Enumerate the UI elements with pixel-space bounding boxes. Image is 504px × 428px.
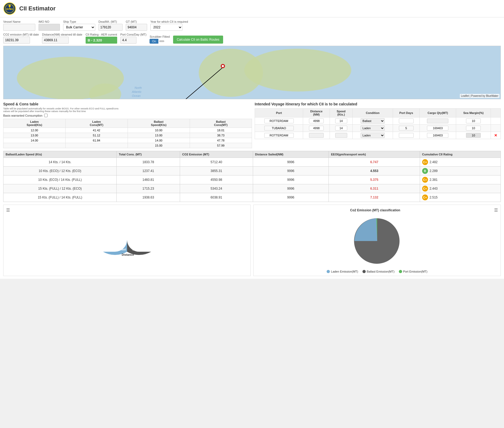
co2-pie-svg bbox=[345, 214, 409, 268]
distance-chart-menu-left[interactable]: ☰ bbox=[6, 208, 10, 213]
speed-cons-row bbox=[3, 138, 252, 143]
laden-cons-input[interactable] bbox=[67, 139, 126, 142]
svg-point-9 bbox=[244, 49, 351, 91]
voyage-margin-input[interactable] bbox=[466, 119, 481, 123]
basis-checkbox[interactable] bbox=[44, 114, 48, 117]
voyage-distance-cell bbox=[303, 117, 330, 125]
laden-speed-input[interactable] bbox=[5, 129, 64, 132]
voyage-port-input[interactable] bbox=[264, 126, 294, 131]
distance-chart-container: ☰ Ballast Laden Distance bbox=[3, 205, 251, 276]
map-container[interactable]: North Atlantic Ocean Leaflet | Powered b… bbox=[3, 46, 501, 99]
imo-no-input[interactable] bbox=[39, 24, 60, 31]
result-col-eeoi: EEOI(gm/transport work) bbox=[329, 151, 420, 158]
voyage-condition-select[interactable]: Ballast Laden bbox=[361, 133, 385, 138]
distance-input[interactable] bbox=[42, 37, 69, 44]
result-speed-cell: 15 Kts. (FULL) / 14 Kts. (FULL) bbox=[3, 193, 117, 202]
svg-text:Distance: Distance bbox=[122, 253, 134, 256]
result-eeoi-cell: 6.747 bbox=[329, 158, 420, 167]
year-select[interactable]: 2022 2023 2024 bbox=[150, 24, 182, 31]
speed-cons-title: Speed & Cons table bbox=[3, 102, 252, 106]
cii-type-badge: C+ bbox=[422, 177, 428, 183]
ballast-dot bbox=[362, 270, 366, 273]
voyage-row: Ballast Laden bbox=[255, 125, 501, 132]
cii-type-badge: C+ bbox=[422, 194, 428, 200]
ballast-speed-input[interactable] bbox=[129, 129, 188, 132]
voyage-cargo-input[interactable] bbox=[427, 126, 448, 131]
laden-cons-input[interactable] bbox=[67, 134, 126, 137]
voyage-margin-cell bbox=[456, 132, 491, 139]
delete-row-button[interactable]: ✕ bbox=[494, 133, 497, 137]
calculate-button[interactable]: Calculate CII on Baltic Routes bbox=[173, 36, 223, 44]
gt-input[interactable] bbox=[126, 24, 147, 31]
voyage-portdays-input[interactable] bbox=[399, 133, 414, 138]
result-distance-cell: 9996 bbox=[253, 184, 329, 193]
voyage-cargo-input[interactable] bbox=[427, 133, 448, 138]
voyage-port-input[interactable] bbox=[264, 133, 294, 138]
result-distance-cell: 9996 bbox=[253, 167, 329, 175]
voyage-distance-cell bbox=[303, 125, 330, 132]
laden-cons-cell bbox=[66, 138, 128, 143]
laden-speed-input[interactable] bbox=[5, 139, 64, 142]
result-cii-cell: C+ 2.515 bbox=[420, 193, 501, 202]
voyage-speed-input[interactable] bbox=[335, 133, 347, 138]
voyage-portdays-input[interactable] bbox=[399, 119, 414, 123]
ballast-cons-input[interactable] bbox=[192, 129, 250, 132]
voyage-portdays-input[interactable] bbox=[399, 126, 414, 131]
voyage-title: Intended Voyage itinerary for which CII … bbox=[255, 102, 501, 106]
ship-type-label: Ship Type bbox=[63, 20, 95, 23]
cii-type-badge: C+ bbox=[422, 159, 428, 165]
voyage-margin-input[interactable] bbox=[466, 133, 481, 138]
ballast-cons-input[interactable] bbox=[192, 144, 250, 147]
co2-chart-pie: Laden Emission(MT) Ballast Emission(MT) … bbox=[256, 214, 498, 273]
ballast-speed-cell bbox=[128, 143, 190, 148]
voyage-condition-select[interactable]: Ballast Laden bbox=[361, 118, 385, 124]
voyage-action-cell: ✕ bbox=[491, 132, 501, 139]
ship-type-select[interactable]: Bulk Carrier bbox=[63, 24, 95, 31]
laden-cons-input[interactable] bbox=[67, 129, 126, 132]
co2-input[interactable] bbox=[3, 37, 30, 44]
result-co2-cell: 5712.40 bbox=[180, 158, 253, 167]
voyage-condition-select[interactable]: Ballast Laden bbox=[361, 125, 385, 131]
speed-cons-table: LadenSpeed(Kts) LadenCons(MT) BallastSpe… bbox=[3, 119, 252, 148]
svg-text:Ocean: Ocean bbox=[132, 94, 140, 97]
co2-chart-menu[interactable]: ☰ bbox=[494, 208, 498, 213]
map-attribution: Leaflet | Powered by BlueWater bbox=[460, 94, 499, 98]
voyage-port-input[interactable] bbox=[264, 119, 294, 123]
distance-chart-pie: Ballast Laden Distance bbox=[6, 214, 248, 257]
laden-speed-input[interactable] bbox=[5, 134, 64, 137]
laden-legend: Laden Emission(MT) bbox=[327, 270, 358, 273]
vessel-name-input[interactable] bbox=[3, 24, 35, 31]
boss-logo: BOSS bbox=[3, 2, 16, 15]
scrubber-label: Scrubber Fitted bbox=[150, 35, 170, 38]
ballast-cons-cell bbox=[190, 128, 252, 133]
ballast-cons-input[interactable] bbox=[192, 139, 250, 142]
laden-speed-input[interactable] bbox=[5, 144, 64, 147]
two-col-section: Speed & Cons table Table will be populat… bbox=[3, 102, 501, 148]
voyage-portdays-cell bbox=[393, 117, 420, 125]
ballast-speed-input[interactable] bbox=[129, 139, 188, 142]
ballast-cons-input[interactable] bbox=[192, 134, 250, 137]
voyage-margin-input[interactable] bbox=[466, 126, 481, 131]
voyage-col-speed: Speed(Kts.) bbox=[330, 109, 353, 117]
scrubber-on-toggle[interactable]: On bbox=[150, 39, 158, 44]
result-speed-cell: 10 Kts. (ECO) / 14 Kts. (FULL) bbox=[3, 175, 117, 184]
ballast-speed-input[interactable] bbox=[129, 134, 188, 137]
voyage-distance-input[interactable] bbox=[309, 126, 324, 131]
result-row: 15 Kts. (FULL) / 12 Kts. (ECO) 1715.23 5… bbox=[3, 184, 501, 193]
col-laden-speed: LadenSpeed(Kts) bbox=[3, 119, 66, 128]
port-cons-input[interactable] bbox=[120, 37, 136, 44]
result-col-cii: Cumulative CII Rating bbox=[420, 151, 501, 158]
voyage-cargo-input[interactable] bbox=[427, 119, 448, 123]
deadwt-input[interactable] bbox=[98, 24, 123, 31]
voyage-speed-input[interactable] bbox=[335, 119, 347, 123]
voyage-speed-input[interactable] bbox=[335, 126, 347, 131]
voyage-col-margin: Sea Margin(%) bbox=[456, 109, 491, 117]
voyage-cargo-cell bbox=[419, 132, 456, 139]
basis-label: Basis warranted Consumption bbox=[3, 114, 43, 117]
result-col-distance: Distance Sailed(NM) bbox=[253, 151, 329, 158]
voyage-distance-input[interactable] bbox=[309, 133, 324, 138]
ballast-speed-input[interactable] bbox=[129, 144, 188, 147]
voyage-distance-input[interactable] bbox=[309, 119, 324, 123]
laden-cons-input[interactable] bbox=[67, 144, 126, 147]
scrubber-off-toggle[interactable] bbox=[159, 40, 164, 42]
